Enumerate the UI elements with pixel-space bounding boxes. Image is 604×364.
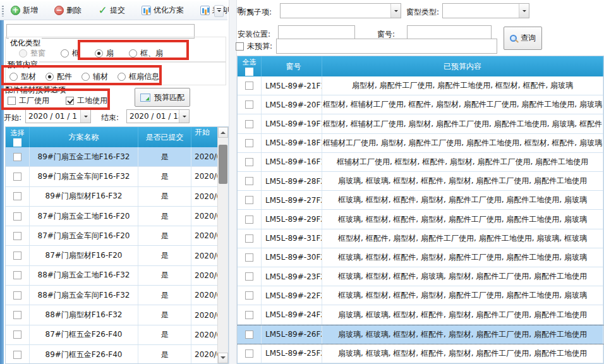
plan-table-header-submitted[interactable]: 是否已提交 <box>138 127 191 147</box>
row-checkbox[interactable] <box>245 311 253 319</box>
optimize-type-radio[interactable]: 框、扇 <box>129 48 163 59</box>
row-checkbox[interactable] <box>13 311 21 319</box>
table-row[interactable]: LM5L-89#-24F22 扇玻璃, 框玻璃, 框型材, 框配件, 扇型材, … <box>238 305 603 324</box>
plan-name-cell: 89#门框五金F26-F40 <box>30 345 138 364</box>
table-row[interactable]: LM5L-89#-22F20 框玻璃, 框型材, 框配件, 扇型材, 扇配件工厂… <box>238 286 603 305</box>
plan-table-header-name[interactable]: 方案名称 <box>30 127 138 147</box>
row-checkbox[interactable] <box>245 349 253 358</box>
budget-content-radio[interactable]: 框扇信息 <box>118 71 159 82</box>
row-checkbox[interactable] <box>13 173 21 181</box>
toolbar-overflow-button[interactable] <box>214 5 224 17</box>
budget-content-radio[interactable]: 型材 <box>9 71 36 82</box>
window-no-cell: LM5L-89#-27F25 <box>262 191 322 209</box>
row-checkbox[interactable] <box>245 82 253 90</box>
toolbar-button[interactable]: 删除 <box>51 4 94 17</box>
chevron-down-icon <box>217 10 221 14</box>
table-row[interactable]: 89#门扇五金车间F16-F32 是 2020/0 <box>6 167 228 186</box>
table-row[interactable]: 87#门扇型材F16-F20 是 2020/0 <box>6 246 228 265</box>
table-row[interactable]: LM5L-89#-26F24 扇玻璃, 框玻璃, 框型材, 框配件, 扇型材, … <box>238 325 603 344</box>
table-row[interactable]: 89#门框五金F26-F40 是 2020/0 <box>6 345 228 364</box>
table-row[interactable]: 88#门扇五金车间F16-F32 是 2020/0 <box>6 286 228 305</box>
row-checkbox[interactable] <box>245 120 253 128</box>
table-row[interactable]: LM5L-89#-20F18 框型材, 框辅材工厂使用, 框配件, 扇型材, 扇… <box>238 95 603 114</box>
toolbar-button[interactable]: 提交 <box>95 4 137 17</box>
select-all-checkbox[interactable] <box>245 68 253 76</box>
row-checkbox[interactable] <box>13 232 21 240</box>
row-checkbox[interactable] <box>245 331 253 339</box>
row-checkbox[interactable] <box>13 271 21 279</box>
budget-table-header-content[interactable]: 已预算内容 <box>322 56 603 76</box>
table-row[interactable]: 89#门扇型材F16-F32 是 2020/0 <box>6 187 228 207</box>
usage-checkbox[interactable]: 工厂使用 <box>8 95 49 106</box>
plan-table-header-select: 选择 <box>6 127 30 147</box>
plan-table-scrollbar[interactable] <box>217 127 228 363</box>
row-checkbox[interactable] <box>245 100 253 109</box>
row-checkbox[interactable] <box>245 215 253 224</box>
row-checkbox[interactable] <box>13 252 21 260</box>
table-row[interactable]: 87#门框五金F26-F40 是 2020/0 <box>6 325 228 345</box>
row-checkbox[interactable] <box>245 253 253 262</box>
table-row[interactable]: 89#门扇五金工地F16-F32 是 2020/0 <box>6 147 228 167</box>
scrollbar-thumb[interactable] <box>219 145 227 184</box>
submitted-cell: 是 <box>138 226 191 245</box>
table-row[interactable]: LM5L-89#-19F17 框型材, 框辅材工厂使用, 扇型材, 扇配件工厂使… <box>238 114 603 133</box>
table-row[interactable]: LM5L-89#-27F25 框玻璃, 框型材, 框配件, 扇型材, 扇配件工厂… <box>238 191 603 210</box>
chevron-down-icon[interactable] <box>179 110 189 123</box>
submitted-cell: 是 <box>138 345 191 364</box>
panel-splitter[interactable] <box>229 0 237 364</box>
optimize-type-radio[interactable]: 扇 <box>95 48 114 59</box>
row-checkbox[interactable] <box>13 291 21 300</box>
query-button[interactable]: 查询 <box>504 27 542 50</box>
row-checkbox[interactable] <box>245 177 253 185</box>
toolbar-grip[interactable] <box>2 6 4 16</box>
table-row[interactable]: 87#门扇五金车间F16-F20 是 2020/0 <box>6 226 228 246</box>
optimize-type-radio[interactable]: 框 <box>61 48 80 59</box>
table-row[interactable]: LM5L-89#-18F16 框辅材工厂使用, 扇型材, 扇配件工厂使用, 扇配… <box>238 134 603 153</box>
optimize-type-radio[interactable]: 整窗 <box>19 48 45 59</box>
window-no-cell: LM5L-89#-22F20 <box>262 286 322 305</box>
budget-match-button[interactable]: 预算匹配 <box>135 88 190 107</box>
row-checkbox[interactable] <box>13 192 21 200</box>
scroll-up-icon[interactable] <box>218 127 228 138</box>
chevron-down-icon[interactable] <box>519 4 529 18</box>
row-checkbox[interactable] <box>245 291 253 300</box>
row-checkbox[interactable] <box>245 272 253 281</box>
chevron-down-icon[interactable] <box>80 110 90 123</box>
row-checkbox[interactable] <box>245 234 253 243</box>
row-checkbox[interactable] <box>13 153 21 161</box>
window-type-select[interactable] <box>442 3 529 18</box>
table-row[interactable]: LM5L-89#-16F15 框辅材工厂使用, 框型材, 框配件, 扇型材, 扇… <box>238 153 603 172</box>
budget-content-radio[interactable]: 配件 <box>45 71 72 82</box>
optimize-type-radio-group: 整窗 框 扇 框、扇 <box>19 46 163 60</box>
table-row[interactable]: LM5L-89#-28F26 扇玻璃, 框玻璃, 框型材, 框配件, 扇型材, … <box>238 172 603 191</box>
row-checkbox[interactable] <box>245 196 253 204</box>
row-checkbox[interactable] <box>13 212 21 221</box>
budget-table-header-window-no[interactable]: 窗号 <box>262 56 322 76</box>
row-checkbox[interactable] <box>245 139 253 147</box>
toolbar-button[interactable]: 优化方案 <box>138 4 196 17</box>
scroll-down-icon[interactable] <box>218 353 228 363</box>
window-no-cell: LM5L-89#-23F21 <box>262 267 322 286</box>
row-checkbox[interactable] <box>13 351 21 359</box>
chevron-down-icon[interactable] <box>390 4 401 18</box>
table-row[interactable]: 88#门扇型材F16-F32 是 2020/0 <box>6 305 228 325</box>
table-row[interactable]: LM5L-89#-23F21 框玻璃, 框型材, 框配件, 扇玻璃, 扇型材, … <box>238 267 603 286</box>
date-end-picker[interactable]: 2020 / 01 / 13 <box>126 109 190 123</box>
table-row[interactable]: LM5L-89#-21F19 扇型材, 扇配件工厂使用, 扇配件工地使用, 框型… <box>238 76 603 95</box>
usage-checkbox[interactable]: 工地使用 <box>66 95 107 106</box>
budget-content-radio[interactable]: 辅材 <box>82 71 108 82</box>
select-all-checkbox[interactable] <box>13 138 21 147</box>
table-row[interactable]: LM5L-89#-31F29 框型材, 框配件, 扇型材, 扇配件工厂使用, 扇… <box>238 229 603 248</box>
row-checkbox[interactable] <box>245 158 253 166</box>
sub-item-select[interactable] <box>280 3 401 18</box>
table-row[interactable]: LM5L-89#-25F23 扇玻璃, 框玻璃, 框型材, 框配件, 扇型材, … <box>238 344 603 363</box>
table-row[interactable]: LM5L-89#-29F27 框玻璃, 框型材, 框配件, 扇型材, 扇配件工厂… <box>238 210 603 229</box>
no-budget-input[interactable] <box>276 39 497 54</box>
table-row[interactable]: 87#门扇五金工地F16-F20 是 2020/0 <box>6 207 228 226</box>
row-checkbox[interactable] <box>13 331 21 339</box>
date-start-picker[interactable]: 2020 / 01 / 1 <box>25 109 91 123</box>
no-budget-checkbox[interactable]: 未预算: <box>236 41 272 52</box>
table-row[interactable]: LM5L-89#-30F28 框玻璃, 框型材, 框配件, 扇型材, 扇配件工厂… <box>238 248 603 267</box>
toolbar-button[interactable]: 新增 <box>8 4 50 17</box>
table-row[interactable]: 88#门扇五金工地F16-F32 是 2020/0 <box>6 266 228 286</box>
